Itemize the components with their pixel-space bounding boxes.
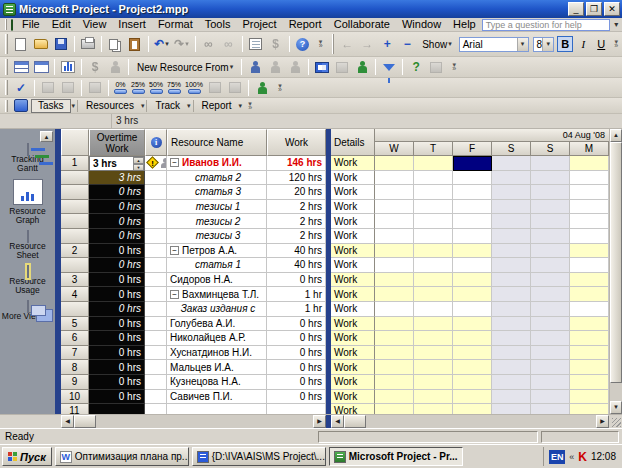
row-id-cell[interactable]: [61, 258, 89, 273]
timephased-cell[interactable]: [453, 200, 492, 215]
work-cell[interactable]: 146 hrs: [267, 156, 326, 171]
timephased-cell[interactable]: [375, 287, 414, 302]
percent-complete-75-button[interactable]: 75%: [167, 81, 181, 94]
resource-name-column-header[interactable]: Resource Name: [167, 129, 267, 156]
resource-name-cell[interactable]: −Иванов И.И.: [167, 156, 267, 171]
overtime-work-cell[interactable]: [89, 404, 145, 414]
timephased-cell[interactable]: [453, 346, 492, 361]
overtime-work-cell[interactable]: 3 hrs▲▼: [89, 156, 145, 171]
work-cell[interactable]: 0 hrs: [267, 390, 326, 405]
horizontal-scroll-thumb[interactable]: [344, 415, 366, 428]
taskbar-task-button[interactable]: Microsoft Project - Pr...: [329, 447, 463, 466]
resource-name-cell[interactable]: [167, 404, 267, 414]
overtime-work-cell[interactable]: 0 hrs: [89, 200, 145, 215]
resize-grip[interactable]: [609, 415, 622, 428]
filter-icon[interactable]: [380, 59, 398, 76]
help-resource-icon[interactable]: ?: [407, 59, 425, 76]
timephased-cell[interactable]: [492, 244, 531, 259]
work-cell[interactable]: 0 hrs: [267, 346, 326, 361]
work-cell[interactable]: 0 hrs: [267, 375, 326, 390]
menu-project[interactable]: Project: [236, 18, 282, 31]
title-bar[interactable]: Microsoft Project - Project2.mpp _ ❐ ✕: [0, 0, 622, 18]
toolbar-grip[interactable]: [5, 34, 8, 53]
vertical-scroll-track[interactable]: [610, 383, 622, 401]
scroll-up-arrow-icon[interactable]: ▲: [610, 129, 622, 142]
redo-icon[interactable]: ↷▾: [173, 36, 191, 53]
view-bar-item-tracking-gantt[interactable]: Tracking Gantt: [0, 144, 55, 173]
row-id-cell[interactable]: [61, 229, 89, 244]
taskbar-task-button[interactable]: WОптимизация плана пр...: [55, 447, 189, 466]
horizontal-scroll-thumb[interactable]: [74, 415, 96, 428]
close-button[interactable]: ✕: [604, 2, 620, 16]
timephased-cell[interactable]: [570, 200, 609, 215]
project-guide-icon[interactable]: [12, 97, 30, 114]
font-name-combo[interactable]: Arial▾: [459, 37, 529, 52]
view-bar-scroll-up-button[interactable]: ▲: [40, 131, 53, 142]
menu-view[interactable]: View: [77, 18, 113, 31]
timephased-cell[interactable]: [414, 404, 453, 414]
substitute-resources-icon[interactable]: [266, 59, 284, 76]
copy-icon[interactable]: [106, 36, 124, 53]
scroll-left-arrow-icon[interactable]: ◀: [331, 415, 344, 428]
timephased-cell[interactable]: [375, 214, 414, 229]
timephased-cell[interactable]: [414, 287, 453, 302]
toolbar-options-chevron[interactable]: ▾»: [245, 102, 255, 110]
timephased-cell[interactable]: [453, 156, 492, 171]
timephased-cell[interactable]: [453, 185, 492, 200]
underline-button[interactable]: U: [593, 36, 609, 52]
day-header-2[interactable]: F: [453, 142, 492, 156]
open-folder-icon[interactable]: [32, 36, 50, 53]
timephased-cell[interactable]: [531, 200, 570, 215]
scroll-left-arrow-icon[interactable]: ◀: [61, 415, 74, 428]
row-id-cell[interactable]: [61, 171, 89, 186]
toolbar-options-chevron[interactable]: ▾»: [316, 40, 326, 48]
project-statistics-icon[interactable]: ✓: [12, 79, 30, 96]
hide-subtasks-icon[interactable]: −: [398, 36, 416, 53]
dropdown-arrow-icon[interactable]: ▾: [141, 102, 145, 110]
timephased-cell[interactable]: [375, 390, 414, 405]
resource-name-cell[interactable]: статья 3: [167, 185, 267, 200]
overtime-work-column-header[interactable]: Overtime Work: [89, 129, 145, 156]
overtime-work-cell[interactable]: 0 hrs: [89, 214, 145, 229]
guide-resources-button[interactable]: Resources: [80, 99, 140, 113]
timephased-cell[interactable]: [375, 200, 414, 215]
timephased-cell[interactable]: [531, 317, 570, 332]
timephased-cell[interactable]: [492, 229, 531, 244]
view-bar-item-resource-graph[interactable]: Resource Graph: [0, 179, 55, 225]
overtime-work-cell[interactable]: 0 hrs: [89, 346, 145, 361]
timephased-cell[interactable]: [492, 360, 531, 375]
reschedule-work-icon[interactable]: [59, 79, 77, 96]
timephased-cell[interactable]: [570, 375, 609, 390]
scroll-down-arrow-icon[interactable]: ▼: [610, 401, 622, 414]
toolbar-options-chevron[interactable]: ▾»: [613, 40, 619, 48]
timephased-cell[interactable]: [414, 317, 453, 332]
timephased-cell[interactable]: [375, 185, 414, 200]
details-column-header[interactable]: Details: [331, 129, 375, 156]
row-id-cell[interactable]: 6: [61, 331, 89, 346]
timephased-cell[interactable]: [414, 331, 453, 346]
help-question-box[interactable]: Type a question for help: [482, 19, 610, 31]
horizontal-scroll-track[interactable]: [366, 415, 596, 428]
resource-details-icon[interactable]: [286, 59, 304, 76]
timephased-cell[interactable]: [453, 214, 492, 229]
value-spinner[interactable]: ▲▼: [133, 157, 144, 170]
resource-allocation-view-icon[interactable]: [12, 59, 30, 76]
resource-notes-icon[interactable]: [333, 59, 351, 76]
timephased-cell[interactable]: [453, 360, 492, 375]
overtime-work-cell[interactable]: 0 hrs: [89, 185, 145, 200]
toolbar-grip[interactable]: [5, 100, 8, 112]
resource-name-cell[interactable]: Николайцев А.Р.: [167, 331, 267, 346]
percent-complete-50-button[interactable]: 50%: [149, 81, 163, 94]
view-bar-item-more-views-[interactable]: More Views...: [0, 301, 55, 321]
timephased-cell[interactable]: [414, 375, 453, 390]
timephased-cell[interactable]: [375, 360, 414, 375]
bold-button[interactable]: B: [557, 36, 573, 52]
save-icon[interactable]: [52, 36, 70, 53]
resource-name-cell[interactable]: статья 2: [167, 171, 267, 186]
menu-insert[interactable]: Insert: [112, 18, 152, 31]
vertical-scroll-thumb[interactable]: [610, 142, 622, 383]
overtime-work-cell[interactable]: 0 hrs: [89, 258, 145, 273]
undo-icon[interactable]: ↶▾: [153, 36, 171, 53]
timephased-cell[interactable]: [414, 390, 453, 405]
vertical-scrollbar[interactable]: ▲ ▼: [609, 129, 622, 414]
